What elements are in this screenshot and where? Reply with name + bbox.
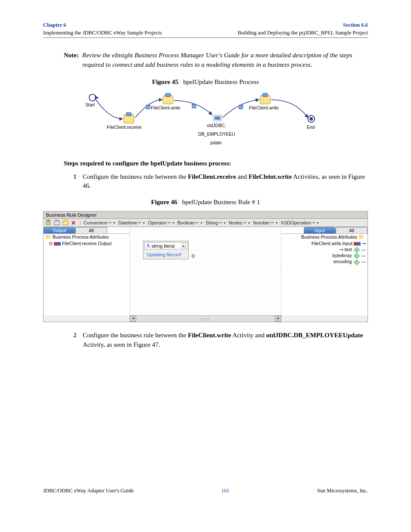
nodes-menu[interactable]: Nodes ✂ ▼: [229, 220, 251, 225]
svg-point-16: [309, 117, 313, 121]
collapse-icon[interactable]: ▴: [181, 243, 186, 248]
toolbar-icon-1[interactable]: [45, 220, 51, 226]
flow-receive-label: FileClient.receive: [107, 124, 142, 130]
scroll-left-button[interactable]: ◂: [130, 316, 136, 322]
svg-rect-6: [165, 93, 171, 96]
delete-icon[interactable]: ✕: [71, 220, 77, 226]
literal-label: string literal: [152, 243, 175, 249]
output-child[interactable]: ⊙ FileClient.receive.Output: [44, 240, 130, 246]
xsdoperation-menu[interactable]: XSDOperation ✂ ▼: [281, 220, 320, 225]
footer-right: Sun Microsystems, Inc.: [317, 488, 368, 494]
section-label: Section 6.6: [343, 22, 368, 28]
input-tab[interactable]: Input: [304, 227, 336, 233]
page-header: Chapter 6 Implementing the JDBC/ODBC eWa…: [43, 22, 368, 38]
figure-45-number: Figure 45: [152, 78, 178, 85]
flow-update-label2: DB_EMPLOYEEU: [198, 131, 235, 137]
input-leaf-text[interactable]: ⊸ text —: [281, 246, 367, 252]
flow-update-label3: pdate: [210, 140, 221, 145]
figure-46-caption: Figure 46 bpelUpdate Business Rule # 1: [43, 199, 368, 206]
flow-end-label: End: [307, 124, 315, 130]
flow-update-label1: otdJDBC.: [207, 123, 226, 128]
svg-rect-10: [215, 116, 221, 120]
input-child[interactable]: FileClient.write.Input ⊸: [281, 240, 367, 246]
step-2: 2 Configure the business rule between th…: [73, 331, 368, 350]
footer-left: JDBC/ODBC eWay Adapter User's Guide: [43, 488, 134, 494]
number-menu[interactable]: Number ✂ ▼: [253, 220, 278, 225]
step-1-number: 1: [73, 172, 83, 191]
toolbar-icon-3[interactable]: [62, 220, 68, 226]
step-2-number: 2: [73, 331, 83, 350]
flow-write1-label: FileClient.write: [151, 105, 181, 110]
figure-45-title: bpelUpdate Business Process: [183, 78, 259, 85]
string-menu[interactable]: String ✂ ▼: [206, 220, 226, 225]
input-all-tab[interactable]: All: [336, 227, 367, 233]
input-root[interactable]: Business Process Attributes: [281, 234, 367, 240]
step-1-text: Configure the business rule between the …: [83, 172, 368, 191]
svg-rect-14: [263, 93, 268, 96]
flow-start-label: Start: [85, 102, 95, 107]
business-rule-designer: Business Rule Designer ✕ | Conversion ✂ …: [43, 211, 368, 322]
scroll-right-button[interactable]: ▸: [275, 316, 281, 322]
figure-46-title: bpelUpdate Business Rule # 1: [182, 199, 260, 205]
literal-value: 'Updating Record': [144, 249, 187, 258]
output-tab[interactable]: Output: [44, 227, 75, 233]
datetime-menu[interactable]: Datetime ✂ ▼: [118, 220, 145, 225]
step-2-text: Configure the business rule between the …: [83, 331, 368, 350]
flow-svg: M M M: [86, 91, 325, 147]
designer-toolbar: ✕ | Conversion ✂ ▼ Datetime ✂ ▼ Operator…: [44, 219, 367, 227]
designer-titlebar: Business Rule Designer: [44, 212, 367, 219]
svg-text:M: M: [146, 105, 149, 109]
steps-heading: Steps required to configure the bpelUpda…: [64, 160, 368, 167]
output-port-icon[interactable]: [191, 254, 195, 258]
chapter-subtitle: Implementing the JDBC/ODBC eWay Sample P…: [43, 30, 162, 36]
output-panel: Output All Business Process Attributes ⊙…: [44, 227, 130, 315]
output-root[interactable]: Business Process Attributes: [44, 234, 130, 240]
svg-rect-19: [54, 221, 59, 225]
boolean-menu[interactable]: Boolean ✂ ▼: [177, 220, 203, 225]
input-leaf-bytearray[interactable]: byteArray —: [281, 252, 367, 258]
svg-rect-2: [126, 112, 131, 116]
page-number: 101: [221, 488, 230, 494]
svg-text:M: M: [193, 104, 196, 108]
input-panel: Input All Business Process Attributes Fi…: [281, 227, 367, 315]
figure-45-diagram: M M M Start FileClient.receive FileClien…: [86, 91, 325, 147]
toolbar-icon-2[interactable]: [54, 220, 60, 226]
svg-text:M: M: [240, 105, 243, 109]
output-all-tab[interactable]: All: [75, 227, 107, 233]
section-subtitle: Building and Deploying the prjJDBC_BPEL …: [238, 30, 368, 36]
figure-46-number: Figure 46: [151, 199, 177, 205]
literal-type-icon: A: [146, 243, 150, 249]
svg-rect-20: [63, 221, 68, 225]
flow-write2-label: FileClient.write: [249, 105, 279, 110]
note-label: Note:: [64, 51, 82, 70]
chapter-label: Chapter 6: [43, 22, 66, 28]
svg-rect-18: [47, 220, 50, 221]
operator-menu[interactable]: Operator ✂ ▼: [148, 220, 174, 225]
step-1: 1 Configure the business rule between th…: [73, 172, 368, 191]
svg-point-0: [89, 94, 96, 101]
horizontal-scrollbar[interactable]: ◂ ||||| ▸: [130, 315, 281, 322]
figure-45-caption: Figure 45 bpelUpdate Business Process: [43, 78, 368, 86]
note-text: Review the eInsight Business Process Man…: [82, 51, 368, 70]
page-footer: JDBC/ODBC eWay Adapter User's Guide 101 …: [43, 488, 368, 494]
string-literal-node[interactable]: A string literal ▴ 'Updating Record': [143, 241, 189, 259]
conversion-menu[interactable]: Conversion ✂ ▼: [84, 220, 116, 225]
note-block: Note: Review the eInsight Business Proce…: [64, 51, 368, 70]
mapping-canvas[interactable]: A string literal ▴ 'Updating Record': [130, 227, 281, 315]
designer-body: Output All Business Process Attributes ⊙…: [44, 227, 367, 315]
input-leaf-encoding[interactable]: encoding —: [281, 258, 367, 264]
